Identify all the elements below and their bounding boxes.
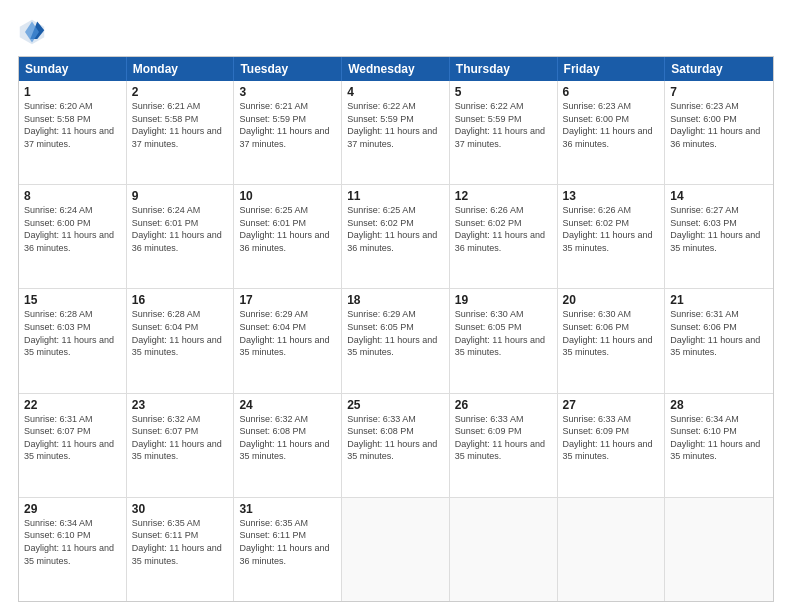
sun-info: Sunrise: 6:35 AMSunset: 6:11 PMDaylight:…: [132, 518, 222, 566]
day-number: 16: [132, 293, 229, 307]
day-number: 25: [347, 398, 444, 412]
day-number: 26: [455, 398, 552, 412]
day-cell-18: 18 Sunrise: 6:29 AMSunset: 6:05 PMDaylig…: [342, 289, 450, 392]
sun-info: Sunrise: 6:32 AMSunset: 6:07 PMDaylight:…: [132, 414, 222, 462]
day-cell-27: 27 Sunrise: 6:33 AMSunset: 6:09 PMDaylig…: [558, 394, 666, 497]
day-cell-3: 3 Sunrise: 6:21 AMSunset: 5:59 PMDayligh…: [234, 81, 342, 184]
sun-info: Sunrise: 6:24 AMSunset: 6:01 PMDaylight:…: [132, 205, 222, 253]
sun-info: Sunrise: 6:33 AMSunset: 6:09 PMDaylight:…: [563, 414, 653, 462]
day-cell-6: 6 Sunrise: 6:23 AMSunset: 6:00 PMDayligh…: [558, 81, 666, 184]
calendar-body: 1 Sunrise: 6:20 AMSunset: 5:58 PMDayligh…: [19, 81, 773, 601]
sun-info: Sunrise: 6:28 AMSunset: 6:04 PMDaylight:…: [132, 309, 222, 357]
day-cell-13: 13 Sunrise: 6:26 AMSunset: 6:02 PMDaylig…: [558, 185, 666, 288]
sun-info: Sunrise: 6:29 AMSunset: 6:05 PMDaylight:…: [347, 309, 437, 357]
day-number: 7: [670, 85, 768, 99]
sun-info: Sunrise: 6:21 AMSunset: 5:58 PMDaylight:…: [132, 101, 222, 149]
day-number: 1: [24, 85, 121, 99]
empty-cell: [342, 498, 450, 601]
sun-info: Sunrise: 6:23 AMSunset: 6:00 PMDaylight:…: [563, 101, 653, 149]
day-cell-28: 28 Sunrise: 6:34 AMSunset: 6:10 PMDaylig…: [665, 394, 773, 497]
sun-info: Sunrise: 6:20 AMSunset: 5:58 PMDaylight:…: [24, 101, 114, 149]
logo-icon: [18, 18, 46, 46]
sun-info: Sunrise: 6:28 AMSunset: 6:03 PMDaylight:…: [24, 309, 114, 357]
sun-info: Sunrise: 6:34 AMSunset: 6:10 PMDaylight:…: [670, 414, 760, 462]
sun-info: Sunrise: 6:30 AMSunset: 6:06 PMDaylight:…: [563, 309, 653, 357]
sun-info: Sunrise: 6:29 AMSunset: 6:04 PMDaylight:…: [239, 309, 329, 357]
day-number: 24: [239, 398, 336, 412]
day-number: 5: [455, 85, 552, 99]
day-number: 31: [239, 502, 336, 516]
calendar-row-4: 22 Sunrise: 6:31 AMSunset: 6:07 PMDaylig…: [19, 394, 773, 498]
day-cell-12: 12 Sunrise: 6:26 AMSunset: 6:02 PMDaylig…: [450, 185, 558, 288]
sun-info: Sunrise: 6:33 AMSunset: 6:08 PMDaylight:…: [347, 414, 437, 462]
logo: [18, 18, 50, 46]
sun-info: Sunrise: 6:22 AMSunset: 5:59 PMDaylight:…: [347, 101, 437, 149]
day-cell-7: 7 Sunrise: 6:23 AMSunset: 6:00 PMDayligh…: [665, 81, 773, 184]
day-number: 21: [670, 293, 768, 307]
day-cell-23: 23 Sunrise: 6:32 AMSunset: 6:07 PMDaylig…: [127, 394, 235, 497]
day-number: 27: [563, 398, 660, 412]
day-number: 4: [347, 85, 444, 99]
day-number: 9: [132, 189, 229, 203]
day-number: 10: [239, 189, 336, 203]
empty-cell: [665, 498, 773, 601]
day-cell-26: 26 Sunrise: 6:33 AMSunset: 6:09 PMDaylig…: [450, 394, 558, 497]
day-number: 18: [347, 293, 444, 307]
sun-info: Sunrise: 6:35 AMSunset: 6:11 PMDaylight:…: [239, 518, 329, 566]
day-number: 6: [563, 85, 660, 99]
calendar-row-1: 1 Sunrise: 6:20 AMSunset: 5:58 PMDayligh…: [19, 81, 773, 185]
day-of-week-friday: Friday: [558, 57, 666, 81]
day-cell-14: 14 Sunrise: 6:27 AMSunset: 6:03 PMDaylig…: [665, 185, 773, 288]
empty-cell: [450, 498, 558, 601]
day-cell-20: 20 Sunrise: 6:30 AMSunset: 6:06 PMDaylig…: [558, 289, 666, 392]
day-of-week-tuesday: Tuesday: [234, 57, 342, 81]
day-cell-9: 9 Sunrise: 6:24 AMSunset: 6:01 PMDayligh…: [127, 185, 235, 288]
calendar: SundayMondayTuesdayWednesdayThursdayFrid…: [18, 56, 774, 602]
day-number: 14: [670, 189, 768, 203]
day-number: 28: [670, 398, 768, 412]
day-cell-5: 5 Sunrise: 6:22 AMSunset: 5:59 PMDayligh…: [450, 81, 558, 184]
sun-info: Sunrise: 6:27 AMSunset: 6:03 PMDaylight:…: [670, 205, 760, 253]
sun-info: Sunrise: 6:25 AMSunset: 6:02 PMDaylight:…: [347, 205, 437, 253]
sun-info: Sunrise: 6:34 AMSunset: 6:10 PMDaylight:…: [24, 518, 114, 566]
day-cell-10: 10 Sunrise: 6:25 AMSunset: 6:01 PMDaylig…: [234, 185, 342, 288]
empty-cell: [558, 498, 666, 601]
day-cell-2: 2 Sunrise: 6:21 AMSunset: 5:58 PMDayligh…: [127, 81, 235, 184]
day-number: 20: [563, 293, 660, 307]
day-cell-1: 1 Sunrise: 6:20 AMSunset: 5:58 PMDayligh…: [19, 81, 127, 184]
day-cell-19: 19 Sunrise: 6:30 AMSunset: 6:05 PMDaylig…: [450, 289, 558, 392]
sun-info: Sunrise: 6:31 AMSunset: 6:06 PMDaylight:…: [670, 309, 760, 357]
day-of-week-monday: Monday: [127, 57, 235, 81]
day-number: 17: [239, 293, 336, 307]
day-cell-4: 4 Sunrise: 6:22 AMSunset: 5:59 PMDayligh…: [342, 81, 450, 184]
day-cell-22: 22 Sunrise: 6:31 AMSunset: 6:07 PMDaylig…: [19, 394, 127, 497]
sun-info: Sunrise: 6:30 AMSunset: 6:05 PMDaylight:…: [455, 309, 545, 357]
day-cell-31: 31 Sunrise: 6:35 AMSunset: 6:11 PMDaylig…: [234, 498, 342, 601]
sun-info: Sunrise: 6:25 AMSunset: 6:01 PMDaylight:…: [239, 205, 329, 253]
day-number: 8: [24, 189, 121, 203]
sun-info: Sunrise: 6:21 AMSunset: 5:59 PMDaylight:…: [239, 101, 329, 149]
calendar-header: SundayMondayTuesdayWednesdayThursdayFrid…: [19, 57, 773, 81]
day-of-week-thursday: Thursday: [450, 57, 558, 81]
day-number: 22: [24, 398, 121, 412]
day-cell-16: 16 Sunrise: 6:28 AMSunset: 6:04 PMDaylig…: [127, 289, 235, 392]
sun-info: Sunrise: 6:31 AMSunset: 6:07 PMDaylight:…: [24, 414, 114, 462]
day-cell-11: 11 Sunrise: 6:25 AMSunset: 6:02 PMDaylig…: [342, 185, 450, 288]
day-number: 11: [347, 189, 444, 203]
sun-info: Sunrise: 6:24 AMSunset: 6:00 PMDaylight:…: [24, 205, 114, 253]
day-cell-15: 15 Sunrise: 6:28 AMSunset: 6:03 PMDaylig…: [19, 289, 127, 392]
day-number: 2: [132, 85, 229, 99]
day-of-week-saturday: Saturday: [665, 57, 773, 81]
calendar-row-5: 29 Sunrise: 6:34 AMSunset: 6:10 PMDaylig…: [19, 498, 773, 601]
day-number: 19: [455, 293, 552, 307]
day-cell-25: 25 Sunrise: 6:33 AMSunset: 6:08 PMDaylig…: [342, 394, 450, 497]
sun-info: Sunrise: 6:22 AMSunset: 5:59 PMDaylight:…: [455, 101, 545, 149]
calendar-row-3: 15 Sunrise: 6:28 AMSunset: 6:03 PMDaylig…: [19, 289, 773, 393]
day-of-week-sunday: Sunday: [19, 57, 127, 81]
day-cell-29: 29 Sunrise: 6:34 AMSunset: 6:10 PMDaylig…: [19, 498, 127, 601]
day-number: 30: [132, 502, 229, 516]
calendar-row-2: 8 Sunrise: 6:24 AMSunset: 6:00 PMDayligh…: [19, 185, 773, 289]
day-cell-8: 8 Sunrise: 6:24 AMSunset: 6:00 PMDayligh…: [19, 185, 127, 288]
day-cell-17: 17 Sunrise: 6:29 AMSunset: 6:04 PMDaylig…: [234, 289, 342, 392]
day-number: 15: [24, 293, 121, 307]
